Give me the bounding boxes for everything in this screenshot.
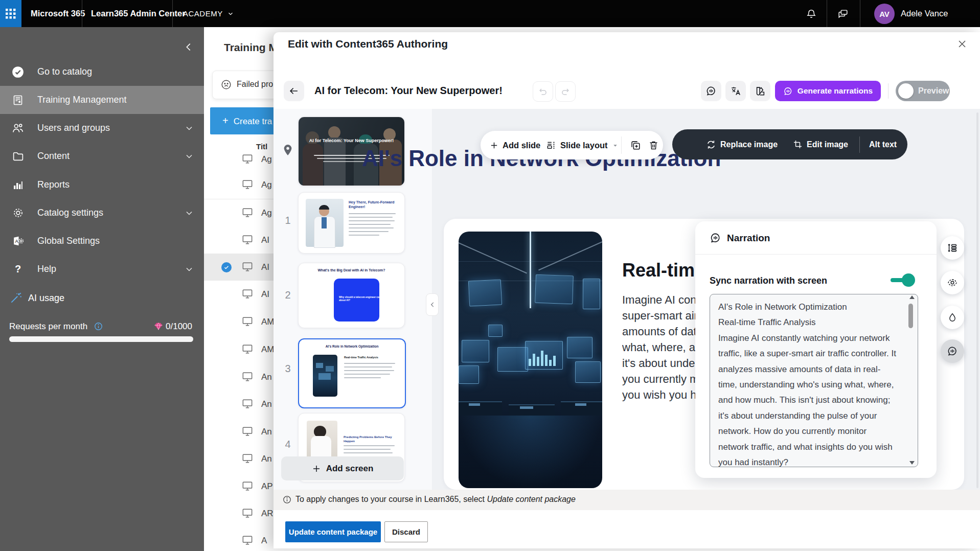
row-title: AI <box>261 262 269 272</box>
pill-divider <box>859 136 860 153</box>
ai-usage-label[interactable]: AI usage <box>28 293 64 304</box>
edit-image-button[interactable]: Edit image <box>793 140 848 149</box>
monitor-icon <box>242 535 253 545</box>
sidebar-item-users-and-groups[interactable]: Users and groups <box>0 114 204 142</box>
sidebar-item-reports[interactable]: Reports <box>0 171 204 199</box>
monitor-icon <box>242 154 253 164</box>
chevron-left-icon <box>183 41 194 53</box>
sidebar-item-training-management[interactable]: Training Management <box>0 86 204 114</box>
monitor-icon <box>242 453 253 464</box>
sidebar-item-go-to-catalog[interactable]: Go to catalog <box>0 58 204 86</box>
sidebar-collapse-button[interactable] <box>183 41 194 53</box>
translate-button[interactable] <box>725 81 746 101</box>
monitor-icon <box>242 344 253 354</box>
row-title: A <box>261 536 267 546</box>
app-title[interactable]: Learn365 Admin Center <box>91 0 186 27</box>
sidebar-item-catalog-settings[interactable]: Catalog settings <box>0 199 204 227</box>
brand-title[interactable]: Microsoft 365 <box>31 0 85 27</box>
narration-settings-button[interactable] <box>701 81 721 101</box>
footer-info-text: To apply changes to your course in Learn… <box>295 495 576 504</box>
narration-bubble-icon <box>710 232 721 244</box>
discard-button[interactable]: Discard <box>384 521 428 542</box>
thumbnail-slide-2[interactable]: What's the Big Deal with AI in Telecom? … <box>298 263 405 328</box>
avatar[interactable]: AV <box>874 4 895 24</box>
translate-icon <box>730 85 741 97</box>
toggle-knob <box>902 273 915 287</box>
alt-text-button[interactable]: Alt text <box>869 140 897 149</box>
narration-textarea[interactable]: AI's Role in Network Optimization Real-t… <box>710 294 918 467</box>
sync-toggle[interactable] <box>891 278 913 282</box>
info-icon[interactable] <box>94 322 103 331</box>
catalog-check-icon <box>11 65 25 79</box>
gear-icon <box>11 206 25 220</box>
theme-color-button[interactable] <box>941 306 964 329</box>
toolbar-divider <box>888 83 888 99</box>
sad-face-icon <box>221 79 232 90</box>
vertical-spacing-icon <box>947 242 958 254</box>
narration-panel-button[interactable] <box>941 339 964 363</box>
toggle-knob <box>898 83 914 99</box>
sidebar-item-content[interactable]: Content <box>0 142 204 170</box>
feedback-button[interactable] <box>833 0 853 27</box>
duplicate-slide-button[interactable] <box>630 140 641 151</box>
notifications-button[interactable] <box>801 0 822 27</box>
undo-icon <box>538 86 548 97</box>
generate-narrations-button[interactable]: Generate narrations <box>775 81 881 101</box>
requests-progress-bar <box>9 336 193 342</box>
slide-layout-button[interactable]: Slide layout <box>546 131 619 159</box>
preview-toggle[interactable]: Preview <box>896 81 950 101</box>
scroll-down-arrow[interactable] <box>909 461 915 465</box>
thumbnail-panel-collapse-handle[interactable] <box>426 293 439 316</box>
narration-title: Narration <box>727 233 770 244</box>
slide-image[interactable] <box>459 232 602 488</box>
theme-palette-button[interactable] <box>750 81 770 101</box>
chevron-down-icon <box>184 264 194 274</box>
editor-scrollbar[interactable] <box>976 112 978 488</box>
redo-button[interactable] <box>555 81 576 102</box>
update-content-package-button[interactable]: Update content package <box>285 521 381 542</box>
crop-icon <box>793 140 803 149</box>
row-title: An <box>261 454 272 464</box>
scrollbar-thumb[interactable] <box>908 304 913 328</box>
footer-actions: Update content package Discard <box>274 510 980 548</box>
thumbnail-heading: Predicting Problems Before They Happen <box>344 435 397 443</box>
chevron-down-icon <box>227 10 234 17</box>
undo-button[interactable] <box>533 81 553 102</box>
sidebar-item-global-settings[interactable]: A Global Settings <box>0 227 204 255</box>
slide-number: 3 <box>280 363 295 375</box>
course-title: AI for Telecom: Your New Superpower! <box>314 85 503 97</box>
replace-image-button[interactable]: Replace image <box>706 140 778 150</box>
footer-info-bar: To apply changes to your course in Learn… <box>274 490 980 510</box>
sidebar: Go to catalog Training Management Users … <box>0 27 204 551</box>
add-screen-button[interactable]: Add screen <box>281 456 404 480</box>
back-button[interactable] <box>284 81 304 101</box>
current-screen-pin-icon <box>282 144 293 157</box>
sidebar-item-help[interactable]: ? Help <box>0 255 204 283</box>
visibility-button[interactable] <box>941 271 964 294</box>
app-launcher-button[interactable] <box>0 0 21 27</box>
chevron-down-icon <box>184 123 194 133</box>
row-title: AP <box>261 481 273 492</box>
add-slide-button[interactable]: Add slide <box>490 131 540 159</box>
tenant-selector[interactable]: ACADEMY <box>183 0 234 27</box>
scroll-up-arrow[interactable] <box>909 295 915 299</box>
thumbnail-slide-1[interactable]: Hey There, Future-Forward Engineer! <box>298 192 405 254</box>
row-title: AI <box>261 289 269 300</box>
slide-number: 1 <box>280 215 295 226</box>
user-name[interactable]: Adele Vance <box>901 0 948 27</box>
sync-narration-label: Sync narration with screen <box>710 276 827 286</box>
narration-panel: Narration Sync narration with screen AI'… <box>695 221 937 478</box>
column-header-title[interactable]: Titl <box>256 142 267 151</box>
redo-icon <box>560 86 571 97</box>
delete-slide-button[interactable] <box>648 140 659 151</box>
row-title: AM <box>261 345 275 355</box>
reorder-screens-button[interactable] <box>941 236 964 260</box>
monitor-icon <box>242 235 253 245</box>
thumbnail-slide-3-selected[interactable]: AI's Role in Network Optimization Real-t… <box>298 338 406 408</box>
footer-info-emphasis: Update content package <box>487 495 575 503</box>
thumbnail-subheading: Real-time Traffic Analysis <box>344 356 398 359</box>
monitor-icon <box>242 372 253 382</box>
modal-close-button[interactable] <box>956 38 969 51</box>
thumbnail-heading: Hey There, Future-Forward Engineer! <box>349 200 400 209</box>
panel-divider <box>695 254 937 255</box>
